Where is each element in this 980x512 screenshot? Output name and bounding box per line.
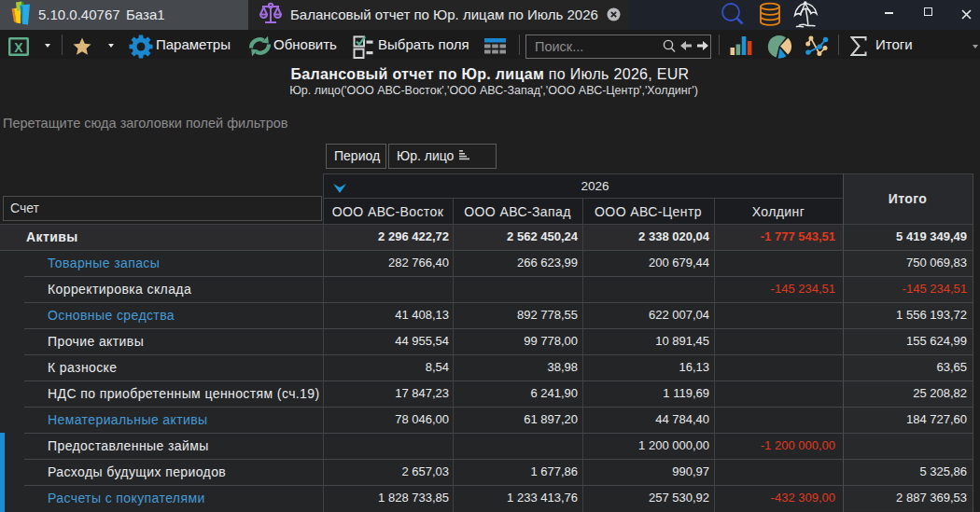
svg-text:X: X [14,40,23,55]
